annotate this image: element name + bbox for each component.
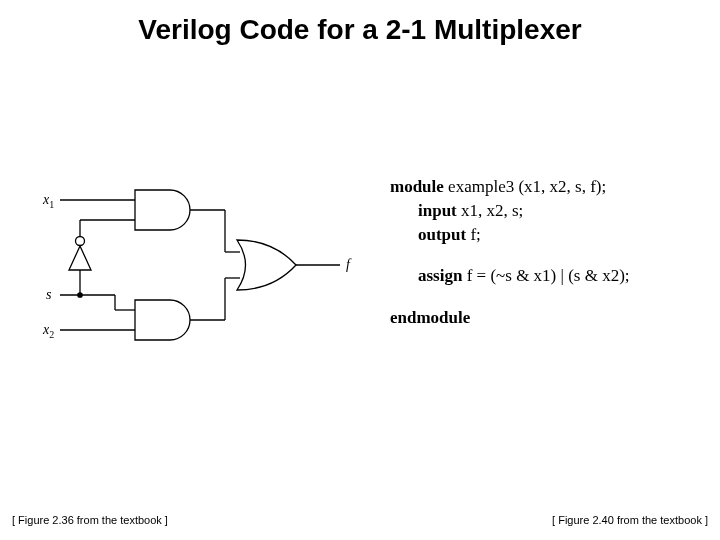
code-line-module: module example3 (x1, x2, s, f); xyxy=(390,175,700,199)
label-f: f xyxy=(346,257,350,273)
mux-schematic: x1 s x2 f xyxy=(40,180,370,380)
svg-point-4 xyxy=(78,293,82,297)
code-blank-1 xyxy=(390,246,700,264)
label-x1: x1 xyxy=(43,192,54,210)
code-line-assign: assign f = (~s & x1) | (s & x2); xyxy=(390,264,700,288)
verilog-code: module example3 (x1, x2, s, f); input x1… xyxy=(390,175,700,330)
code-line-output: output f; xyxy=(390,223,700,247)
svg-point-5 xyxy=(76,237,85,246)
label-s: s xyxy=(46,287,51,303)
page-title: Verilog Code for a 2-1 Multiplexer xyxy=(0,14,720,46)
code-line-input: input x1, x2, s; xyxy=(390,199,700,223)
code-blank-2 xyxy=(390,288,700,306)
caption-right: [ Figure 2.40 from the textbook ] xyxy=(552,514,708,526)
code-line-endmodule: endmodule xyxy=(390,306,700,330)
label-x2: x2 xyxy=(43,322,54,340)
caption-left: [ Figure 2.36 from the textbook ] xyxy=(12,514,168,526)
schematic-svg xyxy=(40,180,370,380)
